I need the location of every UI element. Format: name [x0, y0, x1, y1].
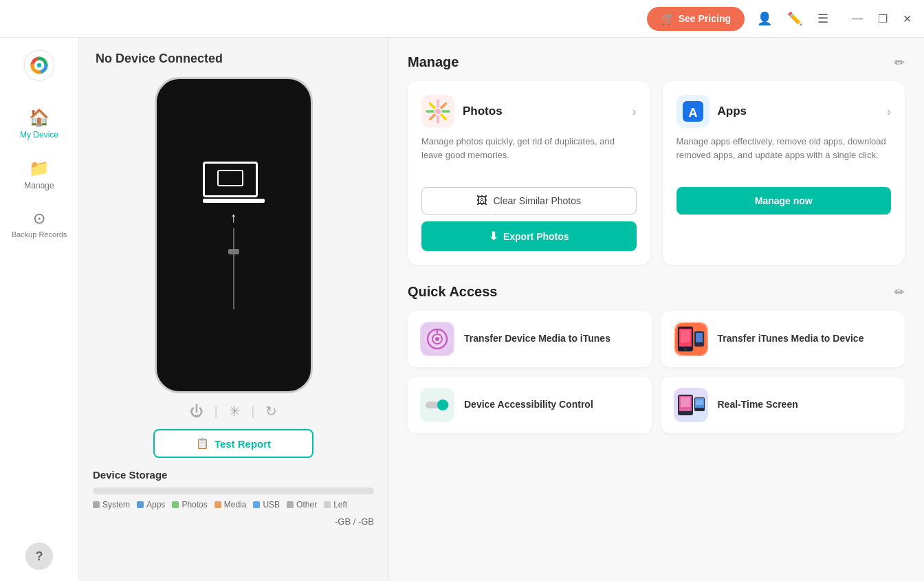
test-report-button[interactable]: 📋 Test Report — [153, 429, 314, 458]
separator: | — [214, 404, 218, 419]
qa-icon-screen — [674, 388, 708, 422]
edit-icon[interactable]: ✏️ — [784, 8, 805, 29]
export-photos-button[interactable]: ⬇ Export Photos — [421, 221, 637, 251]
apps-card: A Apps › Manage apps effectively, remove… — [663, 81, 905, 265]
pricing-label: See Pricing — [679, 13, 731, 24]
legend-left: Left — [324, 500, 347, 509]
quick-access-edit-icon[interactable]: ✏ — [894, 285, 905, 300]
manage-now-button[interactable]: Manage now — [676, 187, 892, 215]
export-label: Export Photos — [503, 231, 569, 242]
sidebar-item-backup-records[interactable]: ⊙ Backup Records — [0, 201, 78, 247]
device-screen-content: ↑ — [203, 162, 265, 309]
legend-left-label: Left — [333, 500, 347, 509]
sidebar: 🏠 My Device 📁 Manage ⊙ Backup Records ? — [0, 38, 79, 581]
cable-connector — [228, 249, 239, 254]
manage-cards: Photos › Manage photos quickly, get rid … — [408, 81, 905, 265]
legend-usb-label: USB — [263, 500, 280, 509]
device-storage-section: Device Storage System Apps Photos — [93, 469, 374, 527]
svg-rect-35 — [696, 399, 703, 405]
backup-icon: ⊙ — [33, 210, 45, 228]
main-layout: 🏠 My Device 📁 Manage ⊙ Backup Records ? … — [0, 38, 924, 581]
legend-media: Media — [214, 500, 247, 509]
device-notch — [206, 79, 261, 94]
qa-label-realtime-screen: Real-Time Screen — [718, 398, 798, 412]
svg-point-9 — [434, 108, 441, 115]
apps-card-header-left: A Apps — [676, 95, 747, 128]
clear-icon: 🖼 — [476, 195, 487, 207]
photos-card-header-left: Photos — [421, 95, 503, 128]
right-panel: Manage ✏ — [388, 38, 924, 581]
photos-card-chevron[interactable]: › — [632, 105, 637, 119]
see-pricing-button[interactable]: 🛒 See Pricing — [647, 7, 745, 31]
minimize-button[interactable]: — — [848, 11, 867, 26]
titlebar: 🛒 See Pricing 👤 ✏️ ☰ — ❐ ✕ — [0, 0, 924, 38]
window-controls: — ❐ ✕ — [848, 11, 916, 27]
legend-apps-label: Apps — [146, 500, 165, 509]
dot-other — [287, 501, 294, 508]
content-area: No Device Connected ↑ — [79, 38, 924, 581]
legend-other: Other — [287, 500, 317, 509]
sidebar-item-label: Manage — [24, 181, 54, 190]
apps-card-header: A Apps › — [676, 95, 892, 128]
separator2: | — [252, 404, 255, 419]
svg-point-25 — [698, 344, 700, 347]
photos-card: Photos › Manage photos quickly, get rid … — [408, 81, 650, 265]
svg-point-22 — [684, 348, 687, 351]
manage-section-header: Manage ✏ — [408, 54, 905, 70]
dot-usb — [253, 501, 260, 508]
photos-card-title: Photos — [463, 105, 503, 118]
test-report-label: Test Report — [214, 438, 271, 450]
rotate-button[interactable]: ↻ — [265, 403, 277, 419]
titlebar-actions: 🛒 See Pricing 👤 ✏️ ☰ — ❐ ✕ — [647, 7, 916, 31]
laptop-icon — [203, 162, 265, 203]
apps-card-chevron[interactable]: › — [887, 105, 891, 119]
svg-point-28 — [437, 399, 448, 410]
svg-rect-3 — [218, 171, 243, 186]
sidebar-item-my-device[interactable]: 🏠 My Device — [0, 100, 78, 148]
apps-card-icon: A — [676, 95, 710, 128]
user-icon[interactable]: 👤 — [754, 8, 775, 29]
close-button[interactable]: ✕ — [899, 11, 916, 27]
dot-system — [93, 501, 100, 508]
qa-item-realtime-screen[interactable]: Real-Time Screen — [661, 377, 905, 433]
legend-apps: Apps — [137, 500, 165, 509]
report-icon: 📋 — [196, 437, 209, 450]
qa-item-transfer-media[interactable]: Transfer Device Media to iTunes — [408, 311, 652, 367]
quick-access-grid: Transfer Device Media to iTunes — [408, 311, 905, 433]
device-panel: No Device Connected ↑ — [79, 38, 388, 581]
home-icon: 🏠 — [29, 108, 50, 127]
storage-bar — [93, 487, 374, 494]
app-logo — [19, 45, 60, 86]
cable-line-bottom — [233, 254, 234, 309]
cart-icon: 🛒 — [661, 12, 674, 25]
device-controls: ⏻ | ✳ | ↻ — [190, 403, 277, 419]
sidebar-item-label: Backup Records — [12, 230, 67, 239]
clear-similar-photos-button[interactable]: 🖼 Clear Similar Photos — [421, 187, 637, 215]
qa-icon-music — [420, 322, 454, 356]
qa-label-transfer-media: Transfer Device Media to iTunes — [464, 332, 610, 346]
svg-point-16 — [435, 337, 439, 341]
maximize-button[interactable]: ❐ — [874, 11, 892, 27]
svg-point-2 — [37, 63, 41, 67]
qa-icon-accessibility — [420, 388, 454, 422]
dot-left — [324, 501, 331, 508]
quick-access-title: Quick Access — [408, 284, 497, 300]
manage-edit-icon[interactable]: ✏ — [894, 55, 905, 70]
help-button[interactable]: ? — [25, 542, 53, 570]
qa-item-transfer-itunes[interactable]: Transfer iTunes Media to Device — [661, 311, 905, 367]
legend-media-label: Media — [224, 500, 247, 509]
sidebar-item-label: My Device — [20, 130, 58, 140]
sidebar-item-manage[interactable]: 📁 Manage — [0, 151, 78, 199]
menu-icon[interactable]: ☰ — [815, 8, 831, 29]
legend-photos-label: Photos — [182, 500, 207, 509]
folder-icon: 📁 — [29, 159, 50, 178]
qa-label-transfer-itunes: Transfer iTunes Media to Device — [718, 332, 864, 346]
apps-card-title: Apps — [718, 105, 747, 118]
qa-item-accessibility[interactable]: Device Accessibility Control — [408, 377, 652, 433]
download-icon: ⬇ — [489, 230, 498, 243]
clear-label: Clear Similar Photos — [493, 195, 581, 206]
dot-media — [214, 501, 221, 508]
refresh-spin-button[interactable]: ✳ — [229, 403, 241, 419]
legend-system-label: System — [102, 500, 130, 509]
power-button[interactable]: ⏻ — [190, 404, 204, 419]
